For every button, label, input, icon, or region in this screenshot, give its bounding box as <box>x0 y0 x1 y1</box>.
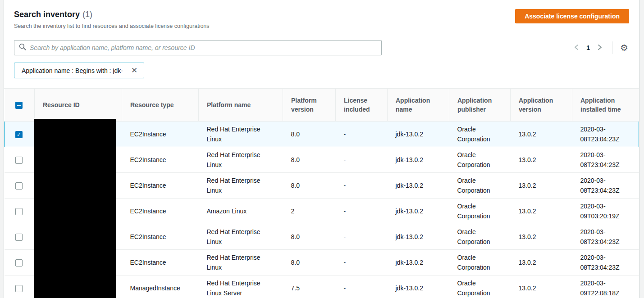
row-checkbox[interactable] <box>15 285 23 292</box>
result-count: (1) <box>82 10 92 19</box>
cell-application-installed-time: 2020-03-09T22:08:18Z <box>572 275 639 298</box>
cell-application-name: jdk-13.0.2 <box>388 147 449 172</box>
cell-resource-type: EC2Instance <box>122 224 199 249</box>
cell-application-publisher: Oracle Corporation <box>449 198 511 224</box>
cell-license-included: - <box>336 275 388 298</box>
cell-application-installed-time: 2020-03-08T23:04:23Z <box>572 249 639 275</box>
cell-application-installed-time: 2020-03-08T23:04:23Z <box>572 172 639 198</box>
cell-license-included: - <box>336 147 388 172</box>
row-select-cell[interactable] <box>5 224 35 249</box>
cell-license-included: - <box>336 121 388 147</box>
cell-platform-version: 8.0 <box>283 121 336 147</box>
row-checkbox[interactable] <box>15 234 23 241</box>
cell-application-name: jdk-13.0.2 <box>388 275 449 298</box>
column-header-application-version[interactable]: Application version <box>511 89 572 121</box>
cell-application-version: 13.0.2 <box>511 198 572 224</box>
cell-platform-version: 7.5 <box>283 275 336 298</box>
column-header-platform-version[interactable]: Platform version <box>283 89 336 121</box>
cell-application-publisher: Oracle Corporation <box>449 121 511 147</box>
cell-application-version: 13.0.2 <box>511 275 572 298</box>
row-checkbox[interactable] <box>15 208 23 215</box>
cell-resource-type: EC2Instance <box>122 172 199 198</box>
cell-application-name: jdk-13.0.2 <box>388 172 449 198</box>
chevron-left-icon <box>574 44 579 52</box>
cell-platform-name: Red Hat Enterprise Linux <box>199 224 283 249</box>
cell-resource-type: EC2Instance <box>122 249 199 275</box>
select-all-checkbox[interactable] <box>15 102 23 109</box>
row-select-cell[interactable] <box>5 172 35 198</box>
select-all-cell[interactable] <box>5 89 35 121</box>
cell-application-version: 13.0.2 <box>511 172 572 198</box>
search-inventory-page: { "page": { "background": "#f2f3f3", "pa… <box>0 0 644 298</box>
cell-platform-version: 8.0 <box>283 224 336 249</box>
cell-resource-type: ManagedInstance <box>122 275 199 298</box>
row-select-cell[interactable] <box>5 249 35 275</box>
cell-application-publisher: Oracle Corporation <box>449 172 511 198</box>
cell-resource-type: EC2Instance <box>122 121 199 147</box>
search-input[interactable] <box>30 44 377 51</box>
row-select-cell[interactable] <box>5 147 35 172</box>
row-select-cell[interactable]: ✓ <box>5 121 35 147</box>
cell-application-name: jdk-13.0.2 <box>388 249 449 275</box>
chevron-right-icon <box>597 44 603 52</box>
cell-application-name: jdk-13.0.2 <box>388 224 449 249</box>
cell-license-included: - <box>336 198 388 224</box>
cell-application-publisher: Oracle Corporation <box>449 147 511 172</box>
cell-application-name: jdk-13.0.2 <box>388 121 449 147</box>
cell-platform-name: Red Hat Enterprise Linux <box>199 249 283 275</box>
cell-application-installed-time: 2020-03-08T23:04:23Z <box>572 121 639 147</box>
cell-application-name: jdk-13.0.2 <box>388 198 449 224</box>
cell-platform-version: 8.0 <box>283 147 336 172</box>
filter-tag-close-icon[interactable]: ✕ <box>130 67 138 74</box>
gear-icon[interactable]: ⚙ <box>619 42 629 53</box>
table-header-row: Resource ID Resource type Platform name … <box>5 89 639 121</box>
column-header-application-name[interactable]: Application name <box>388 89 449 121</box>
pagination-controls: 1 ⚙ <box>570 40 629 55</box>
cell-application-publisher: Oracle Corporation <box>449 224 511 249</box>
page-title-text: Search inventory <box>14 10 80 19</box>
column-header-application-installed-time[interactable]: Application installed time <box>572 89 639 121</box>
column-header-license-included[interactable]: License included <box>336 89 388 121</box>
row-select-cell[interactable] <box>5 198 35 224</box>
row-checkbox[interactable]: ✓ <box>15 131 23 138</box>
cell-application-version: 13.0.2 <box>511 249 572 275</box>
cell-application-version: 13.0.2 <box>511 147 572 172</box>
cell-application-installed-time: 2020-03-08T23:04:23Z <box>572 224 639 249</box>
row-checkbox[interactable] <box>15 182 23 190</box>
page-subtitle: Search the inventory list to find resour… <box>14 23 210 30</box>
column-header-platform-name[interactable]: Platform name <box>199 89 283 121</box>
cell-platform-name: Red Hat Enterprise Linux Server <box>199 275 283 298</box>
row-checkbox[interactable] <box>15 259 23 266</box>
associate-license-configuration-button[interactable]: Associate license configuration <box>515 9 629 23</box>
filter-tag[interactable]: Application name : Begins with : jdk- ✕ <box>14 63 144 78</box>
controls-divider <box>612 41 613 54</box>
cell-application-version: 13.0.2 <box>511 121 572 147</box>
next-page-button[interactable] <box>594 42 606 54</box>
magnifier-icon <box>19 43 26 52</box>
cell-platform-version: 2 <box>283 198 336 224</box>
cell-application-publisher: Oracle Corporation <box>449 275 511 298</box>
cell-application-installed-time: 2020-03-08T23:04:23Z <box>572 147 639 172</box>
cell-platform-version: 8.0 <box>283 249 336 275</box>
current-page-number[interactable]: 1 <box>586 44 590 51</box>
redacted-resource-id-overlay <box>34 119 116 298</box>
cell-resource-type: EC2Instance <box>122 147 199 172</box>
panel-header: Search inventory(1) Search the inventory… <box>14 9 210 30</box>
cell-platform-version: 8.0 <box>283 172 336 198</box>
column-header-resource-type[interactable]: Resource type <box>122 89 199 121</box>
row-checkbox[interactable] <box>15 157 23 164</box>
search-box[interactable] <box>14 40 382 55</box>
cell-license-included: - <box>336 249 388 275</box>
cell-license-included: - <box>336 224 388 249</box>
row-select-cell[interactable] <box>5 275 35 298</box>
cell-platform-name: Red Hat Enterprise Linux <box>199 172 283 198</box>
filter-tag-label: Application name : Begins with : jdk- <box>22 67 123 74</box>
cell-platform-name: Red Hat Enterprise Linux <box>199 147 283 172</box>
cell-license-included: - <box>336 172 388 198</box>
previous-page-button[interactable] <box>570 42 583 54</box>
column-header-application-publisher[interactable]: Application publisher <box>449 89 511 121</box>
cell-platform-name: Red Hat Enterprise Linux <box>199 121 283 147</box>
page-title: Search inventory(1) <box>14 9 210 20</box>
column-header-resource-id[interactable]: Resource ID <box>35 89 122 121</box>
cell-application-publisher: Oracle Corporation <box>449 249 511 275</box>
